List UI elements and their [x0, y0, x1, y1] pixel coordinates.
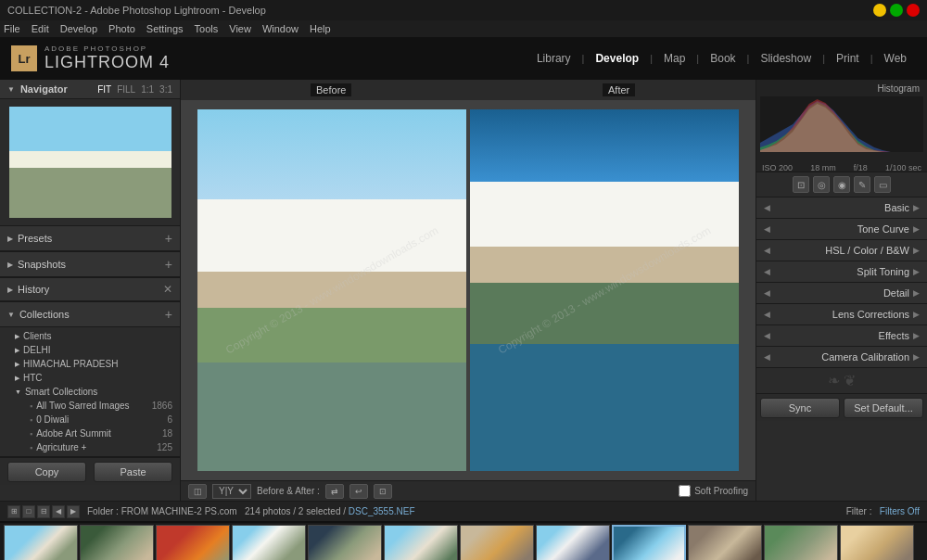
- gradient-tool[interactable]: ▭: [874, 176, 891, 193]
- presets-header[interactable]: ▶ Presets +: [0, 226, 180, 251]
- history-header[interactable]: ▶ History ✕: [0, 278, 180, 301]
- filmstrip-thumb-4[interactable]: [232, 525, 306, 560]
- paste-button[interactable]: Paste: [94, 462, 172, 482]
- copy-button-toolbar[interactable]: ↩: [349, 484, 368, 499]
- basic-section[interactable]: ◀ Basic ▶: [756, 197, 927, 219]
- collection-himachal[interactable]: ▶ HIMACHAL PRADESH: [0, 357, 180, 371]
- menu-file[interactable]: File: [4, 23, 20, 34]
- view-mode-select[interactable]: Y|Y: [212, 484, 251, 499]
- sep6: |: [870, 53, 873, 64]
- history-close-button[interactable]: ✕: [163, 283, 172, 296]
- menu-settings[interactable]: Settings: [146, 23, 184, 34]
- brush-tool[interactable]: ✎: [854, 176, 870, 193]
- compare-button[interactable]: ⊡: [374, 484, 392, 499]
- soft-proofing-checkbox[interactable]: [679, 485, 691, 497]
- filmstrip-thumb-9[interactable]: [612, 525, 686, 560]
- smart-item-2[interactable]: ▪ Adobe Art Summit 18: [0, 426, 180, 440]
- close-button[interactable]: [907, 4, 920, 17]
- smart-item-0[interactable]: ▪ All Two Sarred Images 1866: [0, 399, 180, 413]
- tab-map[interactable]: Map: [654, 48, 694, 69]
- sync-button[interactable]: Sync: [760, 398, 840, 418]
- histogram-info: ISO 200 18 mm f/18 1/100 sec: [760, 163, 923, 172]
- fit-fit[interactable]: FIT: [97, 84, 111, 95]
- iso-info: ISO 200: [762, 163, 793, 172]
- compare-view-btn[interactable]: ⊟: [37, 505, 50, 518]
- copy-button[interactable]: Copy: [7, 462, 86, 482]
- filmstrip-thumb-5[interactable]: [308, 525, 382, 560]
- adobe-text: ADOBE PHOTOSHOP: [44, 45, 170, 53]
- detail-section[interactable]: ◀ Detail ▶: [756, 283, 927, 304]
- lr-icon: Lr: [11, 45, 37, 71]
- lens-corrections-section[interactable]: ◀ Lens Corrections ▶: [756, 304, 927, 325]
- minimize-button[interactable]: [873, 4, 886, 17]
- menu-help[interactable]: Help: [310, 23, 331, 34]
- navigator-header[interactable]: ▼ Navigator FIT FILL 1:1 3:1: [0, 80, 180, 99]
- right-bottom-bar: Sync Set Default...: [756, 393, 927, 421]
- grid-view-btn[interactable]: ⊞: [7, 505, 20, 518]
- tab-web[interactable]: Web: [875, 48, 916, 69]
- menu-photo[interactable]: Photo: [108, 23, 135, 34]
- sep5: |: [822, 53, 825, 64]
- filmstrip-thumb-11[interactable]: [764, 525, 838, 560]
- snapshots-add-button[interactable]: +: [165, 257, 172, 272]
- htc-name: HTC: [23, 373, 172, 383]
- filmstrip-thumb-10[interactable]: [688, 525, 762, 560]
- smart-item-3[interactable]: ▪ Agricuture + 125: [0, 440, 180, 454]
- prev-btn[interactable]: ◀: [52, 505, 65, 518]
- sep3: |: [696, 53, 699, 64]
- single-view-btn[interactable]: □: [22, 505, 35, 518]
- split-toning-section[interactable]: ◀ Split Toning ▶: [756, 261, 927, 283]
- menu-tools[interactable]: Tools: [195, 23, 219, 34]
- set-default-button[interactable]: Set Default...: [844, 398, 923, 418]
- collection-smart[interactable]: ▼ Smart Collections: [0, 385, 180, 399]
- smart-item-1[interactable]: ▪ 0 Diwali 6: [0, 413, 180, 426]
- fit-3-1[interactable]: 3:1: [159, 84, 172, 95]
- collections-label: Collections: [19, 309, 70, 320]
- snapshots-header[interactable]: ▶ Snapshots +: [0, 252, 180, 277]
- camera-calibration-section[interactable]: ◀ Camera Calibration ▶: [756, 347, 927, 368]
- filmstrip-thumb-8[interactable]: [536, 525, 610, 560]
- menu-window[interactable]: Window: [262, 23, 298, 34]
- hsl-section[interactable]: ◀ HSL / Color / B&W ▶: [756, 240, 927, 261]
- collection-htc[interactable]: ▶ HTC: [0, 371, 180, 385]
- tone-curve-section[interactable]: ◀ Tone Curve ▶: [756, 219, 927, 240]
- tab-develop[interactable]: Develop: [586, 48, 648, 69]
- collections-header[interactable]: ▼ Collections +: [0, 302, 180, 327]
- clients-name: Clients: [23, 331, 172, 341]
- smart-item-count-3: 125: [157, 442, 172, 452]
- effects-section[interactable]: ◀ Effects ▶: [756, 325, 927, 347]
- tab-print[interactable]: Print: [827, 48, 869, 69]
- tab-slideshow[interactable]: Slideshow: [751, 48, 820, 69]
- next-btn[interactable]: ▶: [67, 505, 80, 518]
- filmstrip-thumb-12[interactable]: [840, 525, 914, 560]
- menu-view[interactable]: View: [229, 23, 251, 34]
- tab-library[interactable]: Library: [527, 48, 580, 69]
- file-link[interactable]: DSC_3555.NEF: [349, 506, 415, 516]
- swap-button[interactable]: ⇄: [325, 484, 344, 499]
- presets-add-button[interactable]: +: [165, 231, 172, 246]
- filmstrip-thumb-1[interactable]: [4, 525, 78, 560]
- filmstrip: [0, 521, 927, 560]
- menu-develop[interactable]: Develop: [60, 23, 97, 34]
- filter-value[interactable]: Filters Off: [880, 506, 920, 516]
- collection-delhi[interactable]: ▶ DELHI: [0, 343, 180, 357]
- maximize-button[interactable]: [890, 4, 903, 17]
- tab-book[interactable]: Book: [701, 48, 744, 69]
- collection-clients[interactable]: ▶ Clients: [0, 329, 180, 343]
- spot-tool[interactable]: ◎: [813, 176, 830, 193]
- history-triangle: ▶: [7, 286, 13, 294]
- view-mode-button[interactable]: ◫: [188, 484, 207, 499]
- filmstrip-thumb-7[interactable]: [460, 525, 534, 560]
- fit-fill[interactable]: FILL: [117, 84, 135, 95]
- filmstrip-thumb-6[interactable]: [384, 525, 458, 560]
- sep4: |: [747, 53, 750, 64]
- soft-proofing-label: Soft Proofing: [694, 486, 748, 496]
- filmstrip-thumb-2[interactable]: [80, 525, 154, 560]
- fit-1-1[interactable]: 1:1: [141, 84, 154, 95]
- redeye-tool[interactable]: ◉: [833, 176, 850, 193]
- himachal-name: HIMACHAL PRADESH: [23, 359, 172, 369]
- menu-edit[interactable]: Edit: [32, 23, 49, 34]
- filmstrip-thumb-3[interactable]: [156, 525, 230, 560]
- collections-add-button[interactable]: +: [165, 307, 172, 322]
- crop-tool[interactable]: ⊡: [793, 176, 809, 193]
